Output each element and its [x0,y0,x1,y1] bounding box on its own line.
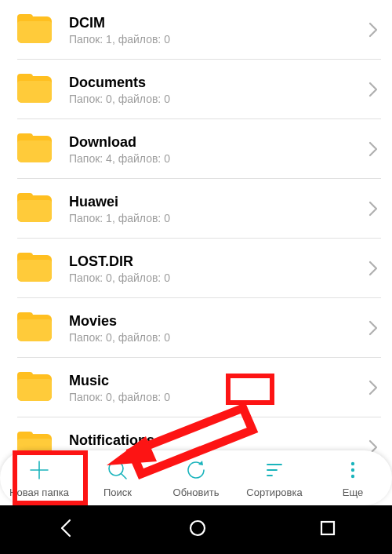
folder-icon [17,136,52,162]
folder-icon [17,195,52,222]
folder-icon [17,16,52,43]
chevron-right-icon [365,255,381,282]
folder-row[interactable]: MoviesПапок: 0, файлов: 0 [0,298,392,358]
folder-row[interactable]: DownloadПапок: 4, файлов: 0 [0,119,392,179]
search-label: Поиск [103,487,132,498]
folder-row[interactable]: DocumentsПапок: 0, файлов: 0 [0,60,392,119]
svg-rect-5 [321,522,334,534]
chevron-right-icon [365,136,381,162]
folder-meta: Папок: 4, файлов: 0 [69,152,365,165]
folder-meta: Папок: 0, файлов: 0 [69,93,365,105]
svg-point-1 [351,461,354,465]
back-button[interactable] [56,518,76,541]
folder-text: HuaweiПапок: 1, файлов: 0 [69,194,365,224]
folder-name: Music [69,373,365,389]
home-button[interactable] [187,518,208,541]
chevron-right-icon [365,195,381,222]
folder-name: Download [69,134,365,151]
folder-name: DCIM [69,15,365,31]
folder-text: MusicПапок: 0, файлов: 0 [69,373,365,403]
folder-text: MoviesПапок: 0, файлов: 0 [69,313,365,344]
folder-name: Documents [69,75,365,91]
svg-point-4 [191,521,205,535]
folder-name: Huawei [69,194,365,210]
sort-label: Сортировка [246,487,302,498]
folder-text: DCIMПапок: 1, файлов: 0 [69,15,365,46]
chevron-right-icon [365,76,381,103]
folder-row[interactable]: DCIMПапок: 1, файлов: 0 [0,0,392,60]
search-icon [106,458,129,482]
folder-text: DocumentsПапок: 0, файлов: 0 [69,75,365,105]
folder-name: LOST.DIR [69,253,365,270]
refresh-icon [184,458,208,482]
folder-meta: Папок: 0, файлов: 0 [69,391,365,403]
bottom-toolbar: Новая папка Поиск Обновить Сортировка Ещ… [0,450,392,505]
sort-icon [263,458,286,482]
plus-icon [27,458,51,482]
folder-meta: Папок: 1, файлов: 0 [69,33,365,46]
folder-row[interactable]: LOST.DIRПапок: 0, файлов: 0 [0,239,392,298]
folder-meta: Папок: 0, файлов: 0 [69,272,365,284]
chevron-right-icon [365,16,381,43]
folder-row[interactable]: HuaweiПапок: 1, файлов: 0 [0,179,392,239]
svg-point-3 [351,474,354,477]
folder-icon [17,255,52,282]
folder-meta: Папок: 1, файлов: 0 [69,212,365,224]
refresh-button[interactable]: Обновить [159,458,234,498]
svg-point-0 [109,461,123,476]
folder-icon [17,315,52,341]
refresh-label: Обновить [173,487,220,498]
folder-text: DownloadПапок: 4, файлов: 0 [69,134,365,165]
more-button[interactable]: Еще [316,458,390,498]
folder-list: DCIMПапок: 1, файлов: 0DocumentsПапок: 0… [0,0,392,477]
folder-icon [17,76,52,103]
search-button[interactable]: Поиск [81,458,155,498]
svg-point-2 [351,468,354,471]
recent-button[interactable] [319,519,336,540]
folder-name: Notifications [69,432,365,449]
chevron-right-icon [365,374,381,401]
folder-name: Movies [69,313,365,330]
folder-text: LOST.DIRПапок: 0, файлов: 0 [69,253,365,284]
new-folder-label: Новая папка [9,487,69,498]
chevron-right-icon [365,315,381,341]
sort-button[interactable]: Сортировка [238,458,312,498]
new-folder-button[interactable]: Новая папка [2,458,77,498]
android-navbar [0,505,392,554]
folder-meta: Папок: 0, файлов: 0 [69,331,365,344]
more-label: Еще [343,487,363,498]
folder-row[interactable]: MusicПапок: 0, файлов: 0 [0,358,392,417]
folder-icon [17,374,52,401]
more-icon [341,458,365,482]
